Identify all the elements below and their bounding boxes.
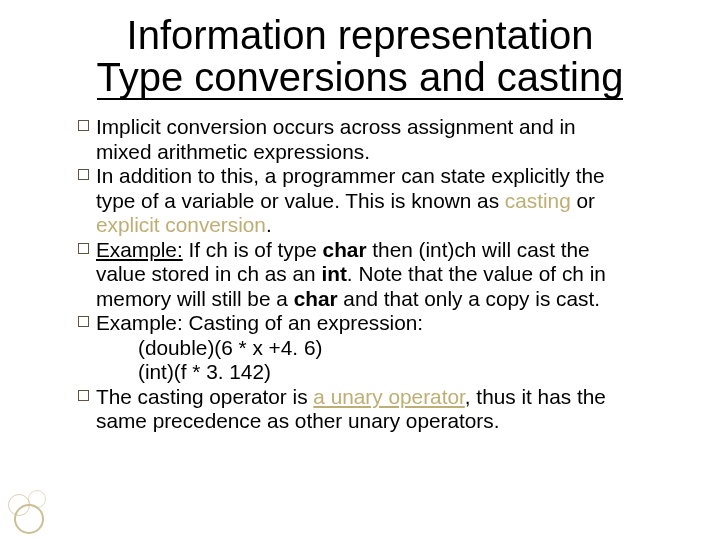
bullet-3: Example: If ch is of type char then (int…: [78, 238, 664, 312]
bullet-2: In addition to this, a programmer can st…: [78, 164, 664, 238]
accent-unary: a unary operator: [313, 385, 464, 408]
title-underline: Type conversions and casting: [97, 56, 624, 100]
example-label: Example:: [96, 238, 183, 261]
code-line: (int)(f * 3. 142): [138, 360, 271, 383]
bullet-5: The casting operator is a unary operator…: [78, 385, 664, 434]
text: In addition to this, a programmer can st…: [96, 164, 605, 187]
accent-explicit: explicit conversion: [96, 213, 266, 236]
title-block: Information representation Type conversi…: [0, 14, 720, 100]
kw-char: char: [323, 238, 367, 261]
text: . Note that the value of ch in: [347, 262, 606, 285]
text: The casting operator is: [96, 385, 313, 408]
title-line-1: Information representation: [0, 14, 720, 56]
text: Implicit conversion occurs across assign…: [96, 115, 576, 138]
text: type of a variable or value. This is kno…: [96, 189, 505, 212]
bullet-4-code-2: (int)(f * 3. 142): [78, 360, 664, 385]
bullet-4: Example: Casting of an expression:: [78, 311, 664, 336]
text: and that only a copy is cast.: [338, 287, 600, 310]
text: will cast the: [476, 238, 589, 261]
code-line: (double)(6 * x +4. 6): [138, 336, 322, 359]
text: value stored in ch as an: [96, 262, 321, 285]
slide: Information representation Type conversi…: [0, 0, 720, 540]
text: or: [571, 189, 595, 212]
title-line-2: Type conversions and casting: [0, 56, 720, 100]
bullet-4-code-1: (double)(6 * x +4. 6): [78, 336, 664, 361]
body-text: Implicit conversion occurs across assign…: [78, 115, 664, 434]
text: mixed arithmetic expressions.: [96, 140, 370, 163]
code-intch: (int)ch: [419, 238, 477, 261]
text: If ch is of type: [183, 238, 323, 261]
text: .: [266, 213, 272, 236]
text: then: [367, 238, 419, 261]
text: Example: Casting of an expression:: [96, 311, 423, 334]
text: same precedence as other unary operators…: [96, 409, 499, 432]
bullet-1: Implicit conversion occurs across assign…: [78, 115, 664, 164]
kw-int: int: [321, 262, 346, 285]
kw-char-2: char: [294, 287, 338, 310]
text: memory will still be a: [96, 287, 294, 310]
text: , thus it has the: [465, 385, 606, 408]
accent-casting: casting: [505, 189, 571, 212]
corner-rings-icon: [8, 490, 50, 532]
